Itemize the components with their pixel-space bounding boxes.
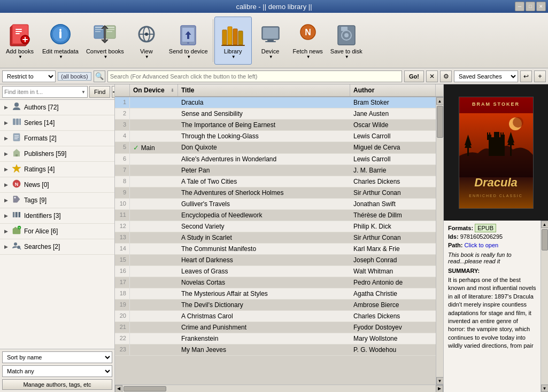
find-button[interactable]: Find (89, 86, 110, 98)
table-row[interactable]: 19The Devil's DictionaryAmbrose Bierce (115, 300, 436, 311)
ratings-icon (12, 163, 21, 175)
advanced-search-btn[interactable]: 🔍 (94, 70, 105, 82)
search-options-btn[interactable]: ⚙ (440, 70, 452, 82)
save-to-disk-button[interactable]: Save to disk ▼ (327, 17, 366, 65)
sidebar-item-publishers[interactable]: ▶ Publishers [59] (0, 146, 114, 162)
table-row[interactable]: 16Leaves of GrassWalt Whitman (115, 266, 436, 277)
restrict-select[interactable]: Restrict to (2, 70, 56, 82)
sidebar-item-tags[interactable]: ▶ Tags [9] (0, 193, 114, 208)
scroll-up-btn[interactable]: ▲ (436, 97, 444, 105)
svg-text:N: N (15, 182, 19, 187)
td-device (130, 344, 178, 355)
sidebar-item-news[interactable]: ▶ N News [0] (0, 177, 114, 193)
sidebar-item-series[interactable]: ▶ Series [14] (0, 115, 114, 131)
cover-art: BRAM STOKER (459, 97, 534, 209)
table-row[interactable]: 21Crime and PunishmentFyodor Dostoyev (115, 322, 436, 333)
sidebar-item-formats[interactable]: ▶ Formats [2] (0, 131, 114, 146)
row-num: 8 (115, 176, 130, 187)
table-row[interactable]: 11Encyclopedia of NeedleworkThérèse de D… (115, 210, 436, 221)
table-row[interactable]: 13A Study in ScarletSir Arthur Conan (115, 232, 436, 244)
table-row[interactable]: 5✓ MainDon QuixoteMiguel de Cerva (115, 142, 436, 154)
td-device (130, 120, 178, 130)
saved-search-load-btn[interactable]: ↩ (520, 70, 532, 82)
cover-author: BRAM STOKER (459, 101, 533, 107)
table-row[interactable]: 1DraculaBram Stoker (115, 97, 436, 108)
match-any-select[interactable]: Match any (2, 365, 112, 377)
go-button[interactable]: Go! (404, 70, 424, 82)
scroll-thumb[interactable] (437, 106, 443, 138)
fetch-news-label: Fetch news (293, 48, 323, 54)
th-author[interactable]: Author (350, 84, 436, 96)
sidebar-item-authors[interactable]: ▶ Authors [72] (0, 100, 114, 115)
right-scroll-up-btn[interactable]: ▲ (541, 221, 549, 228)
table-row[interactable]: 15Heart of DarknessJoseph Conrad (115, 255, 436, 266)
maximize-btn[interactable]: □ (526, 2, 535, 11)
saved-searches-select[interactable]: Saved Searches (454, 70, 518, 82)
sidebar-item-identifiers[interactable]: ▶ Identifiers [3] (0, 208, 114, 224)
sidebar-item-for-alice[interactable]: ▶ + For Alice [6] (0, 224, 114, 239)
svg-rect-53 (14, 138, 18, 139)
library-icon (220, 21, 246, 47)
table-row[interactable]: 20A Christmas CarolCharles Dickens (115, 311, 436, 322)
table-row[interactable]: 18The Mysterious Affair at StylesAgatha … (115, 288, 436, 300)
sidebar-item-searches[interactable]: ▶ Searches [2] (0, 239, 114, 255)
right-scrollbar[interactable]: ▲ ▼ (541, 221, 548, 392)
find-dropdown-arrow[interactable]: ▼ (80, 90, 87, 95)
h-scroll-thumb[interactable] (124, 386, 166, 391)
td-title: Leaves of Grass (178, 266, 350, 277)
row-num: 2 (115, 108, 130, 119)
th-device[interactable]: On Device ⬇ (130, 84, 178, 96)
scroll-down-btn[interactable]: ▼ (436, 377, 444, 385)
edit-metadata-button[interactable]: Edit metadata ▼ (38, 17, 82, 65)
table-row[interactable]: 8A Tale of Two CitiesCharles Dickens (115, 176, 436, 187)
sidebar-item-ratings[interactable]: ▶ Ratings [4] (0, 162, 114, 177)
td-author: Mary Wollstone (350, 333, 436, 344)
convert-books-button[interactable]: Convert books ▼ (82, 17, 128, 65)
clear-search-btn[interactable]: ✕ (426, 70, 438, 82)
send-to-device-button[interactable]: Send to device ▼ (165, 17, 212, 65)
table-row[interactable]: 9The Adventures of Sherlock HolmesSir Ar… (115, 187, 436, 199)
table-row[interactable]: 14The Communist ManifestoKarl Marx & Fri… (115, 244, 436, 255)
th-title[interactable]: Title (178, 84, 350, 96)
vertical-scrollbar[interactable]: ▲ ▼ (436, 97, 443, 385)
row-num: 15 (115, 255, 130, 265)
right-scroll-down-btn[interactable]: ▼ (541, 385, 549, 392)
formats-icon (12, 132, 21, 144)
h-scroll-track[interactable] (122, 385, 436, 392)
svg-rect-61 (13, 212, 14, 217)
find-input[interactable] (3, 87, 80, 97)
h-scroll-right-btn[interactable]: ▶ (436, 385, 443, 393)
svg-rect-66 (13, 229, 20, 234)
sort-by-select[interactable]: Sort by name (2, 351, 112, 363)
search-input[interactable] (107, 70, 402, 82)
summary-text: It is perhaps one of the best known and … (448, 276, 536, 350)
manage-button[interactable]: Manage authors, tags, etc (2, 379, 112, 390)
table-row[interactable]: 22FrankensteinMary Wollstone (115, 333, 436, 344)
svg-rect-51 (14, 135, 19, 136)
table-row[interactable]: 2Sense and SensibilityJane Austen (115, 108, 436, 120)
td-author: Oscar Wilde (350, 120, 436, 130)
table-row[interactable]: 4Through the Looking-GlassLewis Carroll (115, 131, 436, 142)
minimize-btn[interactable]: ─ (515, 2, 524, 11)
edit-metadata-label: Edit metadata (42, 48, 79, 54)
view-button[interactable]: View ▼ (128, 17, 165, 65)
table-row[interactable]: 3The Importance of Being EarnestOscar Wi… (115, 120, 436, 131)
library-button[interactable]: Library ▼ (214, 17, 252, 65)
table-row[interactable]: 17Novelas CortasPedro Antonio de (115, 277, 436, 288)
table-row[interactable]: 23My Man JeevesP. G. Wodehou (115, 344, 436, 356)
close-btn[interactable]: ✕ (536, 2, 546, 11)
table-row[interactable]: 6Alice's Adventures in WonderlandLewis C… (115, 154, 436, 165)
table-row[interactable]: 12Second VarietyPhilip K. Dick (115, 221, 436, 232)
table-row[interactable]: 10Gulliver's TravelsJonathan Swift (115, 199, 436, 210)
path-link[interactable]: Click to open (465, 242, 499, 248)
add-books-button[interactable]: Add books ▼ (1, 17, 38, 65)
device-button[interactable]: Device ▼ (252, 17, 289, 65)
table-row[interactable]: 7Peter PanJ. M. Barrie (115, 165, 436, 176)
td-author: Charles Dickens (350, 176, 436, 187)
svg-rect-83 (487, 132, 488, 135)
right-scroll-thumb[interactable] (542, 229, 548, 250)
td-device (130, 311, 178, 322)
h-scroll-left-btn[interactable]: ◀ (115, 385, 122, 393)
saved-search-save-btn[interactable]: + (534, 70, 546, 82)
fetch-news-button[interactable]: N Fetch news ▼ (289, 17, 327, 65)
